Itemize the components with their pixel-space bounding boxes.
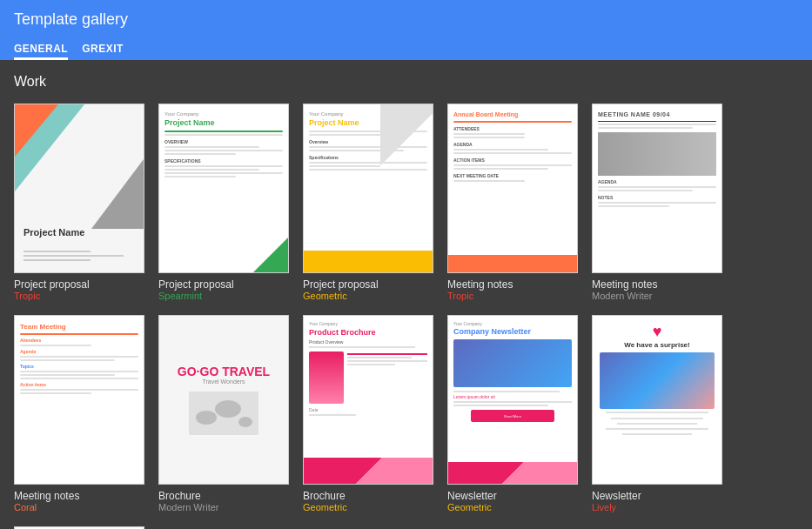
template-thumb-mn-mw: MEETING NAME 09/04 AGENDA NOTES [592, 104, 722, 273]
template-label-pp-spearmint: Project proposal Spearmint [158, 278, 289, 301]
template-card-bro-geo[interactable]: Your Company Product Brochure Product Ov… [303, 315, 433, 512]
template-label-mn-mw: Meeting notes Modern Writer [592, 278, 722, 301]
template-card-mn-tropic[interactable]: Annual Board Meeting ATTENDEES AGENDA AC… [447, 104, 578, 301]
template-card-pp-geometric[interactable]: Your Company Project Name Overview Speci… [303, 104, 433, 301]
template-thumb-pp-geometric: Your Company Project Name Overview Speci… [303, 104, 433, 273]
section-work-label: Work [0, 60, 812, 97]
tab-bar: GENERAL GREXIT [14, 36, 798, 60]
template-card-nl-lively[interactable]: ♥ We have a surprise! Newsletter Lively [592, 315, 722, 512]
template-thumb-mn-tropic: Annual Board Meeting ATTENDEES AGENDA AC… [447, 104, 578, 273]
template-thumb-mn-coral: Team Meeting Attendees Agenda Topics Act… [14, 315, 144, 485]
svg-point-1 [196, 411, 217, 425]
page-header: Template gallery GENERAL GREXIT [0, 0, 812, 60]
template-label-mn-coral: Meeting notes Coral [14, 490, 144, 512]
template-thumb-bro-geo: Your Company Product Brochure Product Ov… [303, 315, 433, 485]
template-label-pp-tropic: Project proposal Tropic [14, 278, 144, 301]
template-thumb-pp-tropic: Project Name [14, 104, 144, 273]
template-thumb-nl-lively: ♥ We have a surprise! [592, 315, 722, 485]
template-label-pp-geometric: Project proposal Geometric [303, 278, 433, 301]
template-label-nl-geo: Newsletter Geometric [447, 490, 578, 512]
template-label-nl-lively: Newsletter Lively [592, 490, 722, 512]
template-label-bro-mw: Brochure Modern Writer [158, 490, 289, 512]
page-title: Template gallery [14, 10, 798, 36]
template-card-bro-mw[interactable]: GO·GO TRAVEL Travel Wonders Brochure Mod… [158, 315, 289, 512]
template-card-pp-tropic[interactable]: Project Name Project proposal Tropic [14, 104, 144, 301]
template-label-mn-tropic: Meeting notes Tropic [447, 278, 578, 301]
template-gallery: Project Name Project proposal Tropic You… [0, 97, 812, 529]
thumb-proj-name: Project Name [23, 227, 84, 238]
svg-point-3 [238, 417, 252, 427]
template-thumb-nl-geo: Your Company Company Newsletter Lorem ip… [447, 315, 578, 485]
template-thumb-bro-mw: GO·GO TRAVEL Travel Wonders [158, 315, 289, 485]
tab-grexit[interactable]: GREXIT [82, 36, 138, 60]
template-card-mn-mw[interactable]: MEETING NAME 09/04 AGENDA NOTES Meeting … [592, 104, 722, 301]
template-card-pp-spearmint[interactable]: Your Company Project Name OVERVIEW SPECI… [158, 104, 289, 301]
svg-point-2 [215, 400, 241, 418]
template-label-bro-geo: Brochure Geometric [303, 490, 433, 512]
template-thumb-pp-spearmint: Your Company Project Name OVERVIEW SPECI… [158, 104, 289, 273]
template-card-nl-geo[interactable]: Your Company Company Newsletter Lorem ip… [447, 315, 578, 512]
tab-general[interactable]: GENERAL [14, 36, 82, 60]
template-card-mn-coral[interactable]: Team Meeting Attendees Agenda Topics Act… [14, 315, 144, 512]
